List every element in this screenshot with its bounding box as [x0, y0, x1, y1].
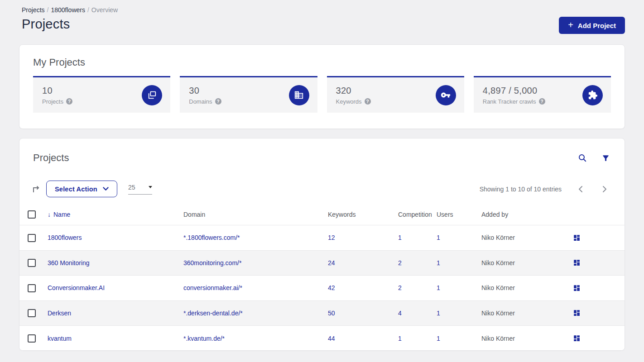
top-header: Projects/1800flowers/Overview Projects +… [0, 0, 644, 34]
help-icon[interactable]: ? [539, 98, 545, 105]
puzzle-icon [582, 85, 603, 105]
project-domain-link[interactable]: conversionmaker.ai/* [183, 276, 328, 301]
row-checkbox[interactable] [28, 284, 36, 292]
search-icon[interactable] [577, 152, 588, 163]
column-header-users[interactable]: Users [437, 204, 481, 225]
add-project-button[interactable]: + Add Project [559, 17, 625, 34]
users-count[interactable]: 1 [437, 300, 481, 326]
breadcrumb-item-overview: Overview [91, 6, 118, 14]
project-domain-link[interactable]: *.derksen-dental.de/* [183, 300, 328, 326]
select-action-dropdown[interactable]: Select Action [46, 181, 117, 197]
my-projects-title: My Projects [33, 57, 611, 68]
table-row: 360 Monitoring 360monitoring.com/* 24 2 … [19, 250, 625, 276]
previous-page-icon[interactable] [577, 185, 584, 194]
rank-tracker-count: 4,897 / 5,000 [483, 86, 545, 96]
select-all-checkbox[interactable] [28, 210, 36, 219]
competition-count[interactable]: 1 [398, 225, 437, 251]
stat-card-keywords: 320 Keywords ? [327, 76, 464, 113]
projects-label: Projects [42, 98, 63, 105]
export-icon[interactable] [30, 183, 43, 195]
column-header-keywords[interactable]: Keywords [328, 204, 398, 225]
added-by-name: Niko Körner [481, 326, 572, 351]
add-project-label: Add Project [578, 22, 616, 29]
users-count[interactable]: 1 [437, 250, 481, 276]
users-count[interactable]: 1 [437, 225, 481, 251]
keywords-count[interactable]: 24 [328, 250, 398, 276]
competition-count[interactable]: 2 [398, 276, 437, 301]
breadcrumb-separator: / [47, 6, 49, 14]
chevron-down-icon [103, 187, 109, 191]
project-domain-link[interactable]: *.kvantum.de/* [183, 326, 328, 351]
showing-entries-text: Showing 1 to 10 of 10 entries [480, 186, 562, 193]
keywords-count[interactable]: 12 [328, 225, 398, 251]
plus-icon: + [568, 20, 573, 29]
column-header-domain[interactable]: Domain [183, 204, 328, 225]
column-header-competition[interactable]: Competition [398, 204, 437, 225]
users-count[interactable]: 1 [437, 326, 481, 351]
added-by-name: Niko Körner [481, 250, 572, 276]
projects-count: 10 [42, 86, 72, 96]
keywords-count: 320 [336, 86, 371, 96]
added-by-name: Niko Körner [481, 276, 572, 301]
project-name-link[interactable]: kvantum [48, 326, 183, 351]
projects-panel-title: Projects [33, 152, 69, 164]
keywords-count[interactable]: 42 [328, 276, 398, 301]
projects-table: ↓ Name Domain Keywords Competition Users… [19, 204, 625, 351]
competition-count[interactable]: 1 [398, 326, 437, 351]
row-checkbox[interactable] [28, 309, 36, 317]
breadcrumb-separator: / [87, 6, 89, 14]
dashboard-icon[interactable] [572, 283, 582, 293]
project-domain-link[interactable]: 360monitoring.com/* [183, 250, 328, 276]
competition-count[interactable]: 4 [398, 300, 437, 326]
row-checkbox[interactable] [28, 259, 36, 267]
dashboard-icon[interactable] [572, 333, 582, 343]
project-name-link[interactable]: 1800flowers [48, 225, 183, 251]
dashboard-icon[interactable] [572, 258, 582, 267]
select-action-label: Select Action [55, 186, 97, 193]
page-size-value: 25 [128, 184, 135, 191]
domains-count: 30 [189, 86, 221, 96]
page: Projects/1800flowers/Overview Projects +… [0, 0, 644, 362]
projects-table-card: Projects [19, 138, 625, 351]
row-checkbox[interactable] [28, 234, 36, 242]
page-title: Projects [22, 17, 70, 32]
domain-building-icon [289, 85, 309, 105]
key-icon [436, 85, 456, 105]
table-header-row: ↓ Name Domain Keywords Competition Users… [19, 204, 625, 225]
breadcrumb-item-1800flowers[interactable]: 1800flowers [51, 6, 85, 14]
help-icon[interactable]: ? [365, 98, 371, 105]
stats-row: 10 Projects ? 30 Domai [33, 76, 611, 113]
project-name-link[interactable]: Derksen [48, 300, 183, 326]
rank-tracker-label: Rank Tracker crawls [483, 98, 536, 105]
table-row: 1800flowers *.1800flowers.com/* 12 1 1 N… [19, 225, 625, 251]
table-row: Derksen *.derksen-dental.de/* 50 4 1 Nik… [19, 300, 625, 326]
column-header-name[interactable]: ↓ Name [48, 204, 183, 225]
keywords-count[interactable]: 44 [328, 326, 398, 351]
project-name-link[interactable]: 360 Monitoring [48, 250, 183, 276]
users-count[interactable]: 1 [437, 276, 481, 301]
help-icon[interactable]: ? [66, 98, 72, 105]
row-checkbox[interactable] [28, 334, 36, 343]
table-row: kvantum *.kvantum.de/* 44 1 1 Niko Körne… [19, 326, 625, 351]
column-header-added-by[interactable]: Added by [481, 204, 572, 225]
breadcrumb: Projects/1800flowers/Overview [22, 6, 625, 14]
help-icon[interactable]: ? [215, 98, 221, 105]
domains-label: Domains [189, 98, 212, 105]
dashboard-icon[interactable] [572, 233, 582, 243]
filter-icon[interactable] [601, 153, 611, 163]
breadcrumb-item-projects[interactable]: Projects [22, 6, 45, 14]
project-name-link[interactable]: Conversionmaker.AI [48, 276, 183, 301]
keywords-count[interactable]: 50 [328, 300, 398, 326]
table-toolbar: Select Action 25 Showing 1 to 10 of 10 e… [19, 181, 625, 197]
stat-card-domains: 30 Domains ? [180, 76, 317, 113]
page-size-select[interactable]: 25 [128, 184, 152, 195]
next-page-icon[interactable] [601, 185, 608, 194]
project-domain-link[interactable]: *.1800flowers.com/* [183, 225, 328, 251]
stat-card-rank-tracker: 4,897 / 5,000 Rank Tracker crawls ? [474, 76, 611, 113]
sort-descending-icon: ↓ [48, 211, 51, 218]
table-row: Conversionmaker.AI conversionmaker.ai/* … [19, 276, 625, 301]
my-projects-card: My Projects 10 Projects ? [19, 44, 625, 129]
competition-count[interactable]: 2 [398, 250, 437, 276]
dashboard-icon[interactable] [572, 308, 582, 318]
added-by-name: Niko Körner [481, 300, 572, 326]
